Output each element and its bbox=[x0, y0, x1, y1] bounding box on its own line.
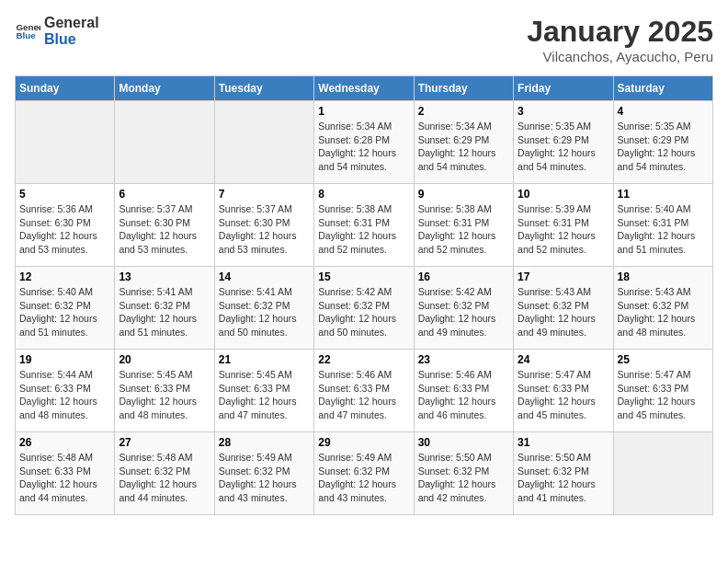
day-info: Sunrise: 5:40 AM Sunset: 6:32 PM Dayligh… bbox=[19, 285, 110, 339]
table-row: 27Sunrise: 5:48 AM Sunset: 6:32 PM Dayli… bbox=[115, 432, 214, 515]
day-info: Sunrise: 5:47 AM Sunset: 6:33 PM Dayligh… bbox=[518, 368, 609, 422]
table-row: 4Sunrise: 5:35 AM Sunset: 6:29 PM Daylig… bbox=[613, 101, 712, 184]
day-info: Sunrise: 5:43 AM Sunset: 6:32 PM Dayligh… bbox=[618, 285, 709, 339]
day-number: 29 bbox=[318, 436, 409, 449]
table-row: 23Sunrise: 5:46 AM Sunset: 6:33 PM Dayli… bbox=[414, 350, 513, 432]
day-info: Sunrise: 5:37 AM Sunset: 6:30 PM Dayligh… bbox=[119, 202, 210, 257]
day-info: Sunrise: 5:45 AM Sunset: 6:33 PM Dayligh… bbox=[119, 368, 210, 422]
day-info: Sunrise: 5:44 AM Sunset: 6:33 PM Dayligh… bbox=[19, 368, 110, 422]
table-row: 18Sunrise: 5:43 AM Sunset: 6:32 PM Dayli… bbox=[613, 267, 712, 350]
day-number: 4 bbox=[618, 105, 709, 118]
day-number: 15 bbox=[318, 270, 409, 283]
table-row bbox=[16, 101, 115, 184]
table-row: 10Sunrise: 5:39 AM Sunset: 6:31 PM Dayli… bbox=[514, 184, 613, 267]
day-info: Sunrise: 5:37 AM Sunset: 6:30 PM Dayligh… bbox=[219, 202, 310, 257]
table-row: 14Sunrise: 5:41 AM Sunset: 6:32 PM Dayli… bbox=[214, 267, 313, 350]
col-thursday: Thursday bbox=[414, 76, 513, 101]
day-info: Sunrise: 5:47 AM Sunset: 6:33 PM Dayligh… bbox=[618, 368, 709, 422]
day-number: 25 bbox=[618, 353, 709, 366]
table-row: 22Sunrise: 5:46 AM Sunset: 6:33 PM Dayli… bbox=[314, 350, 414, 432]
day-number: 12 bbox=[19, 270, 110, 283]
days-header-row: Sunday Monday Tuesday Wednesday Thursday… bbox=[16, 76, 713, 101]
day-info: Sunrise: 5:41 AM Sunset: 6:32 PM Dayligh… bbox=[119, 285, 210, 339]
svg-text:Blue: Blue bbox=[16, 30, 36, 40]
day-info: Sunrise: 5:38 AM Sunset: 6:31 PM Dayligh… bbox=[318, 202, 409, 257]
day-number: 8 bbox=[318, 188, 409, 201]
calendar-week-row: 12Sunrise: 5:40 AM Sunset: 6:32 PM Dayli… bbox=[16, 267, 713, 350]
calendar-week-row: 5Sunrise: 5:36 AM Sunset: 6:30 PM Daylig… bbox=[16, 184, 713, 267]
table-row: 1Sunrise: 5:34 AM Sunset: 6:28 PM Daylig… bbox=[314, 101, 414, 184]
table-row bbox=[613, 432, 712, 515]
table-row: 30Sunrise: 5:50 AM Sunset: 6:32 PM Dayli… bbox=[414, 432, 513, 515]
day-info: Sunrise: 5:34 AM Sunset: 6:29 PM Dayligh… bbox=[418, 120, 509, 174]
day-number: 22 bbox=[318, 353, 409, 366]
day-number: 9 bbox=[418, 188, 509, 201]
col-monday: Monday bbox=[115, 76, 214, 101]
table-row: 31Sunrise: 5:50 AM Sunset: 6:32 PM Dayli… bbox=[514, 432, 613, 515]
day-info: Sunrise: 5:49 AM Sunset: 6:32 PM Dayligh… bbox=[219, 451, 310, 505]
table-row: 21Sunrise: 5:45 AM Sunset: 6:33 PM Dayli… bbox=[214, 350, 313, 432]
page-header: General Blue General Blue January 2025 V… bbox=[15, 15, 713, 64]
table-row: 8Sunrise: 5:38 AM Sunset: 6:31 PM Daylig… bbox=[314, 184, 414, 267]
day-number: 14 bbox=[219, 270, 310, 283]
table-row: 26Sunrise: 5:48 AM Sunset: 6:33 PM Dayli… bbox=[16, 432, 115, 515]
col-friday: Friday bbox=[514, 76, 613, 101]
table-row: 12Sunrise: 5:40 AM Sunset: 6:32 PM Dayli… bbox=[16, 267, 115, 350]
logo-icon: General Blue bbox=[15, 18, 40, 44]
table-row: 20Sunrise: 5:45 AM Sunset: 6:33 PM Dayli… bbox=[115, 350, 214, 432]
logo: General Blue General Blue bbox=[15, 15, 99, 47]
day-number: 17 bbox=[518, 270, 609, 283]
day-info: Sunrise: 5:43 AM Sunset: 6:32 PM Dayligh… bbox=[518, 285, 609, 339]
logo-text-general: General bbox=[44, 15, 99, 31]
day-info: Sunrise: 5:50 AM Sunset: 6:32 PM Dayligh… bbox=[418, 451, 509, 505]
day-info: Sunrise: 5:35 AM Sunset: 6:29 PM Dayligh… bbox=[518, 120, 609, 174]
day-number: 26 bbox=[19, 436, 110, 449]
day-info: Sunrise: 5:36 AM Sunset: 6:30 PM Dayligh… bbox=[19, 202, 110, 257]
table-row: 25Sunrise: 5:47 AM Sunset: 6:33 PM Dayli… bbox=[613, 350, 712, 432]
table-row: 7Sunrise: 5:37 AM Sunset: 6:30 PM Daylig… bbox=[214, 184, 313, 267]
day-number: 6 bbox=[119, 188, 210, 201]
day-number: 2 bbox=[418, 105, 509, 118]
table-row: 24Sunrise: 5:47 AM Sunset: 6:33 PM Dayli… bbox=[514, 350, 613, 432]
day-info: Sunrise: 5:50 AM Sunset: 6:32 PM Dayligh… bbox=[518, 451, 609, 505]
calendar-week-row: 19Sunrise: 5:44 AM Sunset: 6:33 PM Dayli… bbox=[16, 350, 713, 432]
day-number: 11 bbox=[618, 188, 709, 201]
day-info: Sunrise: 5:35 AM Sunset: 6:29 PM Dayligh… bbox=[618, 120, 709, 174]
title-block: January 2025 Vilcanchos, Ayacucho, Peru bbox=[527, 15, 713, 64]
table-row: 5Sunrise: 5:36 AM Sunset: 6:30 PM Daylig… bbox=[16, 184, 115, 267]
day-number: 24 bbox=[518, 353, 609, 366]
day-info: Sunrise: 5:45 AM Sunset: 6:33 PM Dayligh… bbox=[219, 368, 310, 422]
table-row: 13Sunrise: 5:41 AM Sunset: 6:32 PM Dayli… bbox=[115, 267, 214, 350]
calendar-title: January 2025 bbox=[527, 15, 713, 49]
day-info: Sunrise: 5:38 AM Sunset: 6:31 PM Dayligh… bbox=[418, 202, 509, 257]
day-number: 5 bbox=[19, 188, 110, 201]
col-sunday: Sunday bbox=[16, 76, 115, 101]
day-number: 20 bbox=[119, 353, 210, 366]
table-row: 11Sunrise: 5:40 AM Sunset: 6:31 PM Dayli… bbox=[613, 184, 712, 267]
day-number: 1 bbox=[318, 105, 409, 118]
day-info: Sunrise: 5:46 AM Sunset: 6:33 PM Dayligh… bbox=[418, 368, 509, 422]
table-row: 19Sunrise: 5:44 AM Sunset: 6:33 PM Dayli… bbox=[16, 350, 115, 432]
calendar-week-row: 1Sunrise: 5:34 AM Sunset: 6:28 PM Daylig… bbox=[16, 101, 713, 184]
logo-text-blue: Blue bbox=[44, 31, 99, 48]
day-number: 10 bbox=[518, 188, 609, 201]
table-row: 6Sunrise: 5:37 AM Sunset: 6:30 PM Daylig… bbox=[115, 184, 214, 267]
col-wednesday: Wednesday bbox=[314, 76, 414, 101]
day-number: 19 bbox=[19, 353, 110, 366]
col-tuesday: Tuesday bbox=[214, 76, 313, 101]
table-row bbox=[115, 101, 214, 184]
day-info: Sunrise: 5:49 AM Sunset: 6:32 PM Dayligh… bbox=[318, 451, 409, 505]
day-info: Sunrise: 5:48 AM Sunset: 6:33 PM Dayligh… bbox=[19, 451, 110, 505]
table-row bbox=[214, 101, 313, 184]
day-info: Sunrise: 5:41 AM Sunset: 6:32 PM Dayligh… bbox=[219, 285, 310, 339]
day-info: Sunrise: 5:48 AM Sunset: 6:32 PM Dayligh… bbox=[119, 451, 210, 505]
day-number: 27 bbox=[119, 436, 210, 449]
calendar-week-row: 26Sunrise: 5:48 AM Sunset: 6:33 PM Dayli… bbox=[16, 432, 713, 515]
calendar-subtitle: Vilcanchos, Ayacucho, Peru bbox=[527, 49, 713, 64]
day-number: 23 bbox=[418, 353, 509, 366]
day-number: 3 bbox=[518, 105, 609, 118]
table-row: 3Sunrise: 5:35 AM Sunset: 6:29 PM Daylig… bbox=[514, 101, 613, 184]
day-number: 13 bbox=[119, 270, 210, 283]
table-row: 17Sunrise: 5:43 AM Sunset: 6:32 PM Dayli… bbox=[514, 267, 613, 350]
day-number: 18 bbox=[618, 270, 709, 283]
